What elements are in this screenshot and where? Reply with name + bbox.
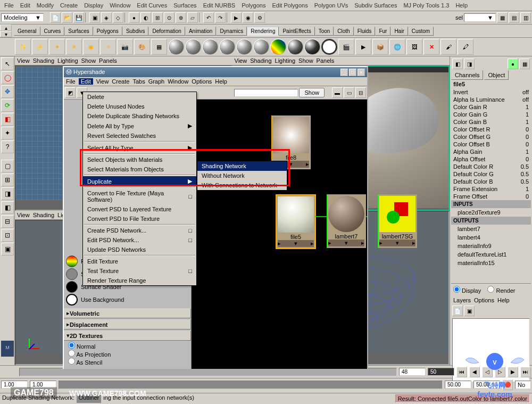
- view3-icon[interactable]: ◨: [1, 187, 14, 200]
- vp2-lighting[interactable]: Lighting: [275, 57, 296, 64]
- view6-icon[interactable]: ⊡: [1, 229, 14, 242]
- menu-surfaces[interactable]: Surfaces: [171, 1, 198, 10]
- close-icon[interactable]: ×: [358, 69, 365, 76]
- save-scene-icon[interactable]: 💾: [73, 12, 84, 23]
- node-lambert7sg[interactable]: lambert7SG ▸▾▸: [378, 194, 417, 248]
- tab-rendering[interactable]: Rendering: [247, 27, 279, 36]
- attr-row[interactable]: Frame Extension1: [451, 185, 531, 193]
- render-globals-icon[interactable]: ⚙: [254, 12, 265, 23]
- move-tool-icon[interactable]: ✥: [1, 85, 14, 98]
- hs-menu-file[interactable]: File: [66, 78, 76, 85]
- menu-edit[interactable]: Edit: [18, 1, 32, 10]
- history2-icon[interactable]: ↷: [215, 12, 226, 23]
- mode-dropdown[interactable]: Modeling▼: [1, 13, 44, 22]
- sec-volumetric[interactable]: ▸ Volumetric: [64, 308, 191, 318]
- hs-menu-tabs[interactable]: Tabs: [132, 78, 145, 85]
- vp2-panels[interactable]: Panels: [317, 57, 335, 64]
- panel-toggle1-icon[interactable]: ▦: [497, 12, 508, 23]
- hypershade-icon[interactable]: 🎨: [134, 39, 150, 55]
- tab-painteffects[interactable]: PaintEffects: [279, 27, 314, 36]
- mi-convert-psd-file[interactable]: Convert PSD to File Texture: [83, 214, 196, 224]
- smi-with-connections[interactable]: With Connections to Network: [197, 180, 287, 190]
- attr-row[interactable]: Alpha Is Luminanceoff: [451, 96, 531, 103]
- smi-without-network[interactable]: Without Network: [197, 171, 287, 180]
- tab-curves[interactable]: Curves: [40, 27, 65, 36]
- attr-row[interactable]: Default Color R0.5: [451, 163, 531, 170]
- light-dir-icon[interactable]: ⚡: [32, 39, 48, 55]
- input-node[interactable]: place2dTexture9: [451, 208, 531, 217]
- tab-general[interactable]: General: [14, 27, 40, 36]
- single-view-icon[interactable]: ▢: [1, 160, 14, 172]
- manip-tool-icon[interactable]: ✦: [1, 127, 14, 139]
- attr-row[interactable]: Default Color B0.5: [451, 178, 531, 185]
- mi-delete-dup[interactable]: Delete Duplicate Shading Networks: [83, 111, 196, 121]
- attr-row[interactable]: Color Offset G0: [451, 133, 531, 141]
- mat4-icon[interactable]: [219, 39, 235, 55]
- light-spot-icon[interactable]: ✨: [15, 39, 31, 55]
- mi-delete-type[interactable]: Delete All by Type▶: [83, 121, 196, 131]
- hs-menu-options[interactable]: Options: [192, 78, 212, 85]
- render-radio[interactable]: Render: [487, 287, 515, 294]
- tex-stencil-radio[interactable]: As Stencil: [68, 359, 102, 366]
- mi-test-tex[interactable]: Test Texture□: [83, 266, 196, 276]
- smi-shading-network[interactable]: Shading Network: [197, 161, 287, 171]
- four-view-icon[interactable]: ⊞: [1, 174, 14, 186]
- node-file5[interactable]: file5 ▸▾▸: [276, 194, 316, 249]
- snap-grid-icon[interactable]: ⊞: [152, 12, 163, 23]
- mat7-icon[interactable]: [287, 39, 303, 55]
- last-tool-icon[interactable]: ?: [1, 141, 14, 153]
- clapper-icon[interactable]: 🎬: [338, 39, 354, 55]
- view5-icon[interactable]: ⊟: [1, 215, 14, 228]
- mask2-icon[interactable]: ◐: [140, 12, 151, 23]
- light-point-icon[interactable]: ✦: [49, 39, 65, 55]
- mi-duplicate[interactable]: Duplicate▶: [83, 176, 196, 186]
- menu-editpolygons[interactable]: Edit Polygons: [270, 1, 310, 10]
- end-vis[interactable]: 50: [428, 368, 454, 376]
- tab-custom[interactable]: Custom: [408, 27, 434, 36]
- batch-icon[interactable]: 📦: [372, 39, 388, 55]
- attr-row[interactable]: Color Gain R1: [451, 103, 531, 111]
- vp-lighting[interactable]: Lighting: [57, 57, 78, 64]
- view4-icon[interactable]: ◧: [1, 201, 14, 214]
- tex-normal-radio[interactable]: Normal: [68, 343, 96, 350]
- node-lambert7[interactable]: lambert7 ▸▾▸: [327, 194, 366, 248]
- select-hier-icon[interactable]: ▣: [89, 12, 100, 23]
- attr-row[interactable]: Color Gain G1: [451, 111, 531, 118]
- layers-menu-layers[interactable]: Layers: [453, 297, 471, 303]
- hs-menu-help[interactable]: Help: [215, 78, 227, 85]
- tab-polygons[interactable]: Polygons: [93, 27, 122, 36]
- select-comp-icon[interactable]: ◇: [113, 12, 123, 23]
- range-start[interactable]: 1.00: [1, 381, 28, 389]
- attr-row[interactable]: Color Gain B1: [451, 118, 531, 126]
- vp-shading[interactable]: Shading: [33, 57, 54, 64]
- cb-icon3[interactable]: ●: [508, 59, 518, 69]
- layers-menu-options[interactable]: Options: [474, 297, 494, 303]
- globals-icon[interactable]: 🌐: [389, 39, 405, 55]
- vp-panels[interactable]: Panels: [99, 57, 117, 64]
- sec-displacement[interactable]: ▸ Displacement: [64, 319, 191, 329]
- menu-editnurbs[interactable]: Edit NURBS: [201, 1, 238, 10]
- mi-convert-file[interactable]: Convert to File Texture (Maya Software)□: [83, 188, 196, 204]
- menu-help[interactable]: Help: [453, 1, 470, 10]
- tab-object[interactable]: Object: [484, 70, 509, 80]
- tex-icon[interactable]: ▦: [151, 39, 167, 55]
- layers-menu-help[interactable]: Help: [497, 297, 510, 303]
- hs-menu-window[interactable]: Window: [168, 78, 188, 85]
- attr-row[interactable]: Invertoff: [451, 88, 531, 96]
- tab-deformation[interactable]: Deformation: [148, 27, 185, 36]
- mi-delete[interactable]: Delete: [83, 92, 196, 102]
- panel-toggle3-icon[interactable]: ▥: [520, 12, 531, 23]
- tab-fluids[interactable]: Fluids: [354, 27, 376, 36]
- cur-frame[interactable]: 48: [399, 368, 426, 376]
- mi-render-range[interactable]: Render Texture Range: [83, 276, 196, 285]
- tab-surfaces[interactable]: Surfaces: [64, 27, 93, 36]
- output-node[interactable]: lambert7: [451, 225, 531, 233]
- menu-window[interactable]: Window: [107, 1, 132, 10]
- tab-hair[interactable]: Hair: [390, 27, 408, 36]
- outputs-header[interactable]: OUTPUTS: [451, 217, 531, 225]
- cam-icon[interactable]: 📷: [117, 39, 133, 55]
- tab-dynamics[interactable]: Dynamics: [216, 27, 247, 36]
- hs-view3-icon[interactable]: ⊟: [355, 87, 366, 98]
- attr-row[interactable]: Alpha Gain1: [451, 148, 531, 155]
- attr-row[interactable]: Color Offset R0: [451, 126, 531, 133]
